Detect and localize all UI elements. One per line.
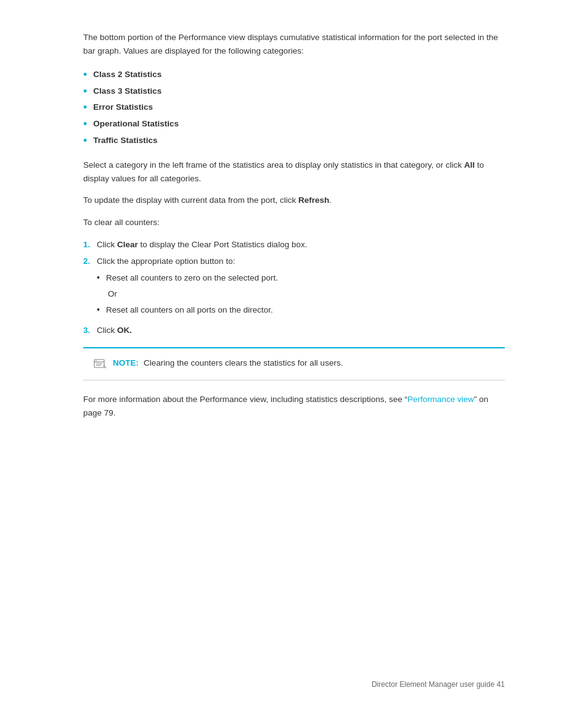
sub-item-1-text: Reset all counters to zero on the select… [106, 272, 278, 284]
clear-bold: Clear [117, 240, 138, 249]
sub-bullet-icon: • [97, 304, 100, 316]
list-item: • Class 3 Statistics [83, 85, 505, 99]
refresh-bold: Refresh [298, 195, 329, 205]
step-2-content: Click the appropriate option button to: … [97, 255, 505, 320]
list-item: • Traffic Statistics [83, 134, 505, 148]
steps-list: 1. Click Clear to display the Clear Port… [83, 238, 505, 338]
list-item-text: Class 3 Statistics [93, 85, 161, 97]
list-item-text: Error Statistics [93, 101, 153, 113]
step2-sub-list-2: • Reset all counters on all ports on the… [97, 304, 505, 316]
note-label: NOTE: [113, 358, 139, 367]
step-1-number: 1. [83, 238, 97, 252]
note-icon [93, 358, 107, 371]
svg-point-5 [96, 360, 97, 361]
bullet-icon: • [83, 101, 87, 115]
step2-text: Click the appropriate option button to: [97, 257, 235, 266]
bullet-icon: • [83, 85, 87, 99]
sub-item-2-text: Reset all counters on all ports on the d… [106, 304, 273, 316]
step2-sub-list: • Reset all counters to zero on the sele… [97, 272, 505, 284]
intro-paragraph: The bottom portion of the Performance vi… [83, 31, 505, 57]
page-content: The bottom portion of the Performance vi… [0, 0, 588, 477]
step-3: 3. Click OK. [83, 324, 505, 337]
bullet-icon: • [83, 68, 87, 82]
step3-prefix: Click [97, 326, 117, 335]
or-text: Or [108, 288, 505, 300]
category-bullet-list: • Class 2 Statistics • Class 3 Statistic… [83, 68, 505, 147]
footer-para-prefix: For more information about the Performan… [83, 395, 407, 404]
more-info-paragraph: For more information about the Performan… [83, 393, 505, 419]
ok-bold: OK. [117, 326, 132, 335]
list-item: • Class 2 Statistics [83, 68, 505, 82]
refresh-paragraph: To update the display with current data … [83, 194, 505, 207]
para2-suffix: . [329, 195, 332, 205]
sub-list-item: • Reset all counters to zero on the sele… [97, 272, 505, 284]
step-2: 2. Click the appropriate option button t… [83, 255, 505, 320]
list-item: • Operational Statistics [83, 118, 505, 131]
step-3-number: 3. [83, 324, 97, 337]
footer-page-label: Director Element Manager user guide 41 [372, 680, 505, 689]
note-content: NOTE:Clearing the counters clears the st… [113, 357, 343, 369]
step-1: 1. Click Clear to display the Clear Port… [83, 238, 505, 252]
clear-counters-intro: To clear all counters: [83, 216, 505, 229]
sub-bullet-icon: • [97, 272, 100, 284]
list-item-text: Class 2 Statistics [93, 68, 161, 81]
list-item-text: Operational Statistics [93, 118, 179, 130]
step-3-content: Click OK. [97, 324, 505, 337]
bullet-icon: • [83, 118, 87, 131]
step1-prefix: Click [97, 240, 117, 249]
list-item-text: Traffic Statistics [93, 134, 157, 147]
bullet-icon: • [83, 134, 87, 148]
note-text: Clearing the counters clears the statist… [144, 358, 343, 367]
sub-list-item: • Reset all counters on all ports on the… [97, 304, 505, 316]
para2-prefix: To update the display with current data … [83, 195, 298, 205]
list-item: • Error Statistics [83, 101, 505, 115]
select-category-paragraph: Select a category in the left frame of t… [83, 158, 505, 185]
step-1-content: Click Clear to display the Clear Port St… [97, 238, 505, 252]
note-box: NOTE:Clearing the counters clears the st… [83, 347, 505, 380]
para1-prefix: Select a category in the left frame of t… [83, 160, 464, 170]
all-bold: All [464, 160, 475, 170]
performance-view-link[interactable]: Performance view [407, 395, 474, 404]
step1-suffix: to display the Clear Port Statistics dia… [138, 240, 308, 249]
step-2-number: 2. [83, 255, 97, 268]
